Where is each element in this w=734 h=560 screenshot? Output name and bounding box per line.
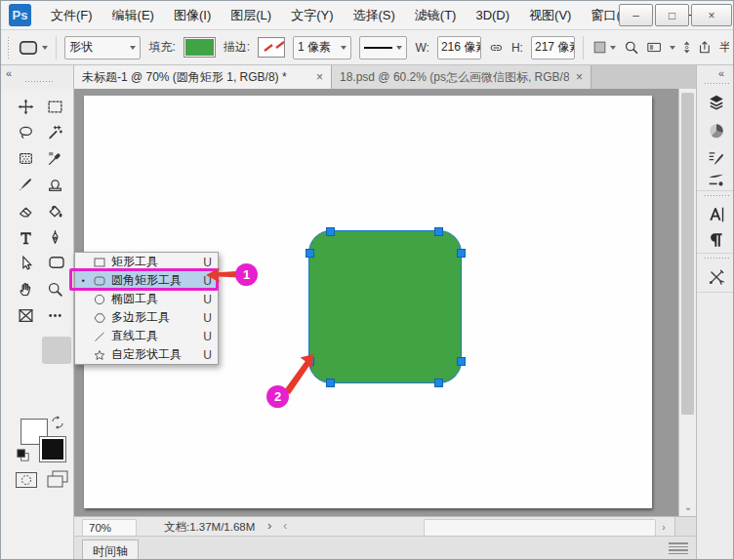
layers-panel-icon[interactable] [705, 92, 728, 113]
magic-wand-tool[interactable] [42, 120, 67, 143]
paint-bucket-tool[interactable] [42, 199, 67, 222]
anchor-handle[interactable] [306, 249, 314, 258]
close-tab-icon[interactable]: × [316, 70, 323, 84]
menu-file[interactable]: 文件(F) [41, 1, 102, 30]
color-panel-icon[interactable] [705, 120, 728, 141]
path-selection-tool[interactable] [13, 251, 38, 274]
move-tool[interactable] [13, 95, 38, 118]
type-tool[interactable] [13, 225, 38, 249]
quick-mask-icon[interactable] [15, 471, 38, 489]
toolbar-grip[interactable] [24, 80, 54, 84]
anchor-handle[interactable] [326, 227, 335, 236]
brush-tool[interactable] [13, 173, 38, 196]
lasso-tool[interactable] [13, 120, 38, 143]
menu-item-line-tool[interactable]: 直线工具 U [75, 327, 218, 345]
shortcut-label: U [203, 348, 212, 362]
menu-layer[interactable]: 图层(L) [221, 1, 281, 30]
tool-preset-picker[interactable] [18, 37, 48, 59]
menu-item-polygon-tool[interactable]: 多边形工具 U [75, 308, 218, 327]
scroll-right-icon[interactable]: › [656, 519, 672, 535]
pen-tool[interactable] [42, 225, 67, 249]
menu-item-label: 椭圆工具 [111, 291, 198, 307]
character-panel-icon[interactable] [705, 204, 728, 225]
dock-grip[interactable] [704, 82, 729, 86]
frame-tool[interactable] [13, 303, 38, 327]
zoom-level-input[interactable]: 70% [82, 519, 137, 537]
rounded-rectangle-shape[interactable] [308, 230, 462, 383]
stroke-style-select[interactable] [359, 36, 407, 60]
ps-logo-icon: Ps [9, 4, 31, 26]
rounded-rectangle-tool[interactable] [44, 251, 69, 274]
clone-stamp-tool[interactable] [42, 173, 67, 196]
menu-select[interactable]: 选择(S) [343, 1, 404, 30]
options-grip[interactable] [7, 36, 10, 60]
path-operations-button[interactable] [591, 39, 616, 56]
menu-3d[interactable]: 3D(D) [466, 1, 519, 30]
options-bar: 形状 填充: 描边: 1 像素 W: 216 像素 H: 217 像素 [1, 30, 734, 65]
tool-presets-panel-icon[interactable] [705, 266, 728, 288]
link-dimensions-icon[interactable] [489, 41, 504, 55]
stroke-label: 描边: [224, 39, 250, 56]
anchor-handle[interactable] [457, 357, 466, 366]
no-stroke-icon [259, 38, 285, 55]
close-button[interactable]: × [691, 4, 732, 26]
panel-resize-grip[interactable] [669, 542, 688, 554]
fill-color-swatch[interactable] [184, 37, 216, 58]
edit-toolbar-icon[interactable] [42, 303, 67, 327]
maximize-button[interactable]: □ [655, 4, 689, 26]
stroke-color-swatch[interactable] [258, 37, 285, 58]
brushes-panel-icon[interactable] [705, 170, 728, 191]
anchor-handle[interactable] [434, 227, 443, 236]
hand-tool[interactable] [13, 277, 38, 300]
tab-18-psd[interactable]: 18.psd @ 60.2% (ps怎么画微信图标, RGB/8) * × [332, 65, 591, 89]
vertical-scrollbar-thumb[interactable] [681, 93, 694, 415]
collapse-panels-icon[interactable]: « [718, 67, 723, 79]
eyedropper-tool[interactable] [42, 146, 67, 170]
selected-tool-highlight [42, 337, 71, 364]
menu-image[interactable]: 图像(I) [164, 1, 221, 30]
timeline-tab[interactable]: 时间轴 [82, 540, 139, 560]
menu-type[interactable]: 文字(Y) [281, 1, 343, 30]
height-input[interactable]: 217 像素 [531, 36, 575, 60]
stepper-icon[interactable] [683, 39, 690, 56]
anchor-handle[interactable] [457, 249, 466, 258]
width-input[interactable]: 216 像素 [437, 36, 481, 60]
rectangular-marquee-tool[interactable] [42, 95, 67, 118]
stroke-width-select[interactable]: 1 像素 [293, 36, 351, 60]
menu-view[interactable]: 视图(V) [519, 1, 581, 30]
menu-edit[interactable]: 编辑(E) [102, 1, 164, 30]
vertical-scrollbar[interactable]: ⌄ [678, 89, 696, 516]
export-icon[interactable] [698, 39, 712, 56]
dock-grip[interactable] [704, 257, 729, 260]
patch-tool[interactable] [13, 146, 38, 170]
collapse-toolbar-icon[interactable]: « [6, 67, 11, 79]
menu-item-ellipse-tool[interactable]: 椭圆工具 U [75, 290, 218, 308]
chevron-down-icon [610, 46, 616, 50]
stroke-width-value: 1 像素 [298, 39, 337, 56]
horizontal-scrollbar-thumb[interactable] [424, 519, 656, 537]
search-icon[interactable] [624, 38, 638, 57]
screen-mode-icon[interactable] [46, 469, 69, 489]
swap-colors-icon[interactable] [50, 415, 65, 430]
dock-grip[interactable] [704, 194, 729, 198]
background-color-swatch[interactable] [39, 436, 66, 462]
anchor-handle[interactable] [326, 379, 335, 387]
tab-untitled-1[interactable]: 未标题-1 @ 70% (圆角矩形 1, RGB/8) * × [74, 65, 332, 89]
default-colors-icon[interactable] [16, 448, 30, 462]
close-tab-icon[interactable]: × [576, 70, 583, 84]
minimize-button[interactable]: – [619, 4, 653, 26]
menu-item-custom-shape-tool[interactable]: 自定形状工具 U [75, 345, 218, 364]
anchor-handle[interactable] [434, 379, 443, 387]
brush-settings-panel-icon[interactable] [705, 147, 728, 169]
chevron-down-icon [670, 46, 675, 50]
eraser-tool[interactable] [13, 199, 38, 222]
zoom-tool[interactable] [42, 277, 67, 300]
scroll-left-icon[interactable]: ‹ [283, 518, 287, 533]
tab-title: 18.psd @ 60.2% (ps怎么画微信图标, RGB/8) * [340, 69, 569, 86]
menu-filter[interactable]: 滤镜(T) [405, 1, 467, 30]
status-expand-icon[interactable]: › [267, 518, 271, 533]
align-edges-icon[interactable] [647, 40, 662, 55]
scroll-down-icon[interactable]: ⌄ [679, 499, 697, 514]
tool-mode-select[interactable]: 形状 [64, 36, 141, 60]
paragraph-panel-icon[interactable] [705, 229, 728, 251]
